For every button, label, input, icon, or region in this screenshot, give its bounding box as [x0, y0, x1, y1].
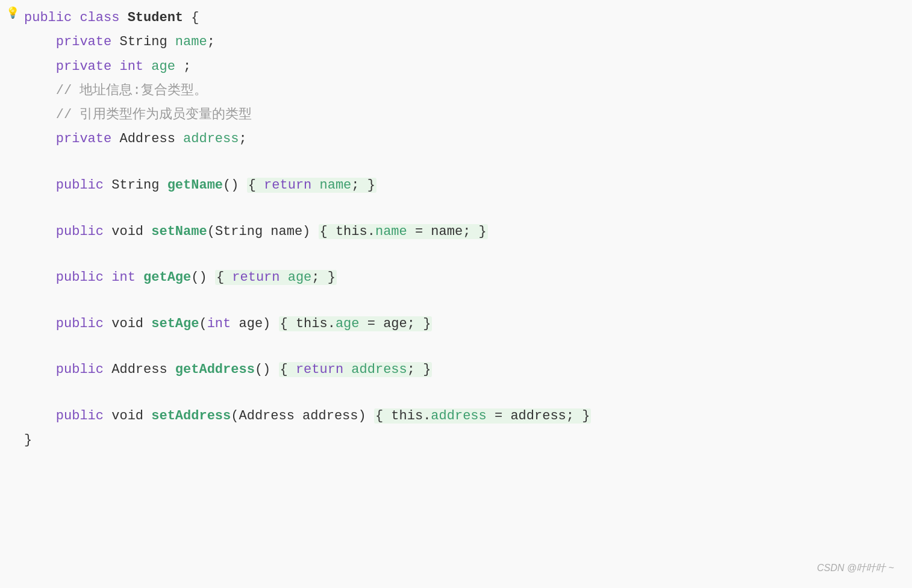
type-int-getAge: int — [111, 270, 136, 285]
code-line-setName: public void setName(String name) { this.… — [0, 220, 912, 244]
ref-address-getAddress: address — [351, 362, 407, 377]
block-setAddress: { this.address = address; } — [374, 408, 591, 424]
keyword-private3: private — [56, 131, 111, 146]
class-name-student: Student — [128, 10, 183, 25]
kw-public-getAddress: public — [56, 362, 104, 377]
type-void-setAddress: void — [111, 408, 143, 424]
type-string: String — [119, 34, 167, 49]
method-getAge: getAge — [143, 270, 191, 285]
code-line-setAddress: public void setAddress(Address address) … — [0, 404, 912, 428]
code-line: private int age ; — [0, 55, 912, 79]
kw-return-getAddress: return — [296, 362, 343, 377]
comment-address-type: // 地址信息:复合类型。 — [56, 83, 207, 98]
lightbulb-icon: 💡 — [6, 5, 19, 22]
kw-return-getAge: return — [232, 270, 280, 285]
empty-line6 — [0, 383, 912, 404]
keyword-class: class — [80, 10, 119, 25]
type-void-setName: void — [111, 224, 143, 239]
kw-public-getName: public — [56, 178, 104, 193]
type-string2: String — [111, 178, 159, 193]
method-getName: getName — [167, 178, 223, 193]
comment-reference-type: // 引用类型作为成员变量的类型 — [56, 107, 252, 122]
field-name-setName: name — [375, 224, 407, 239]
field-address-setAddress: address — [431, 408, 486, 424]
empty-line3 — [0, 244, 912, 266]
code-line: private String name; — [0, 30, 912, 54]
param-type-int-setAge: int — [207, 316, 231, 331]
code-line-comment1: // 地址信息:复合类型。 — [0, 79, 912, 103]
type-address-getAddress: Address — [111, 362, 167, 377]
csdn-watermark: CSDN @叶叶叶 ~ — [817, 560, 894, 576]
field-address: address — [183, 131, 239, 146]
keyword-private2: private — [56, 59, 111, 74]
code-line: public class Student { — [0, 6, 912, 30]
method-setName: setName — [151, 224, 207, 239]
ref-age-getAge: age — [288, 270, 312, 285]
block-setAge: { this.age = age; } — [279, 316, 433, 331]
method-setAddress: setAddress — [151, 408, 231, 424]
method-getAddress: getAddress — [175, 362, 255, 377]
empty-line5 — [0, 336, 912, 358]
block-setName: { this.name = name; } — [319, 224, 488, 239]
empty-line — [0, 152, 912, 174]
ref-name-getName: name — [320, 178, 352, 193]
method-setAge: setAge — [151, 316, 199, 331]
this-address: this. — [391, 408, 431, 424]
param-type-address: Address — [239, 408, 294, 424]
empty-line4 — [0, 290, 912, 312]
code-line-close: } — [0, 428, 912, 452]
kw-return-getName: return — [264, 178, 311, 193]
kw-public-getAge: public — [56, 270, 104, 285]
keyword-private: private — [56, 34, 111, 49]
code-line-getAddress: public Address getAddress() { return add… — [0, 358, 912, 382]
empty-line2 — [0, 198, 912, 219]
keyword-public: public — [24, 10, 72, 25]
block-getAge: { return age; } — [215, 270, 337, 285]
code-line-getAge: public int getAge() { return age; } — [0, 266, 912, 290]
field-age-setAge: age — [336, 316, 360, 331]
code-container: 💡 public class Student { private String … — [0, 0, 912, 459]
this-age: this. — [296, 316, 336, 331]
type-address: Address — [119, 131, 175, 146]
type-void-setAge: void — [111, 316, 143, 331]
kw-public-setAge: public — [56, 316, 104, 331]
kw-public-setAddress: public — [56, 408, 104, 424]
field-name: name — [175, 34, 207, 49]
block-getAddress: { return address; } — [279, 362, 433, 377]
code-line-getName: public String getName() { return name; } — [0, 174, 912, 198]
field-age: age — [151, 59, 175, 74]
code-line-comment2: // 引用类型作为成员变量的类型 — [0, 103, 912, 127]
type-int: int — [119, 59, 143, 74]
this-name: this. — [336, 224, 375, 239]
param-type-string: String — [215, 224, 263, 239]
kw-public-setName: public — [56, 224, 104, 239]
code-line-setAge: public void setAge(int age) { this.age =… — [0, 312, 912, 336]
code-line: private Address address; — [0, 127, 912, 151]
block-getName: { return name; } — [247, 178, 376, 193]
